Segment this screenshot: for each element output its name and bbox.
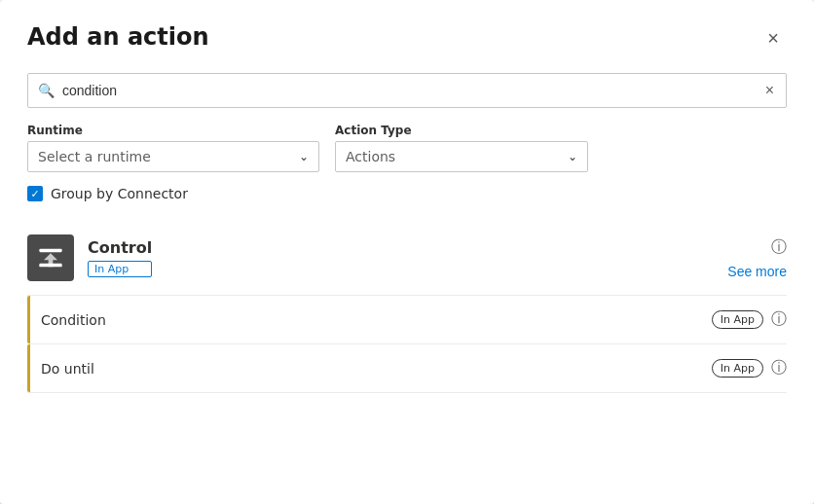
connector-right: ⓘ See more [727,237,787,279]
runtime-placeholder: Select a runtime [38,149,151,164]
connector-info-button[interactable]: ⓘ [771,237,787,258]
connector-icon [27,234,74,281]
connector-name: Control [88,238,152,257]
runtime-label: Runtime [27,124,319,137]
action-type-chevron-icon: ⌄ [568,150,577,163]
runtime-chevron-icon: ⌄ [299,150,309,163]
control-icon-svg [37,244,64,271]
search-input[interactable] [62,83,763,98]
action-item-condition-badge: In App [712,310,763,329]
action-item-condition-right: In App ⓘ [712,309,787,330]
action-type-select[interactable]: Actions ⌄ [335,141,588,172]
close-button[interactable]: × [759,23,787,54]
connector-header: Control In App ⓘ See more [27,225,787,291]
action-item-condition[interactable]: Condition In App ⓘ [27,296,787,344]
action-item-do-until-right: In App ⓘ [712,358,787,378]
action-type-label: Action Type [335,124,588,137]
search-clear-button[interactable]: × [763,82,776,99]
group-by-connector-label: Group by Connector [51,186,188,201]
search-input-wrapper: 🔍 × [27,73,787,108]
action-item-do-until-info-button[interactable]: ⓘ [771,358,787,378]
action-type-filter-group: Action Type Actions ⌄ [335,124,588,172]
checkbox-check-icon: ✓ [30,189,39,199]
action-items-list: Condition In App ⓘ Do until In App ⓘ [27,295,787,393]
connector-info: Control In App [88,238,152,277]
action-item-do-until-badge: In App [712,359,763,378]
connector-section: Control In App ⓘ See more Condition In A… [27,225,787,393]
search-icon: 🔍 [38,83,55,98]
action-item-do-until-name: Do until [27,361,94,377]
filters-row: Runtime Select a runtime ⌄ Action Type A… [27,124,787,172]
dialog-header: Add an action × [27,23,787,54]
runtime-select[interactable]: Select a runtime ⌄ [27,141,319,172]
action-item-condition-info-button[interactable]: ⓘ [771,309,787,330]
runtime-filter-group: Runtime Select a runtime ⌄ [27,124,319,172]
connector-left: Control In App [27,234,152,281]
dialog-title: Add an action [27,23,209,52]
see-more-button[interactable]: See more [727,264,787,279]
group-by-connector-checkbox[interactable]: ✓ [27,186,43,201]
add-action-dialog: Add an action × 🔍 × Runtime Select a run… [0,0,814,504]
action-type-value: Actions [346,149,395,164]
action-item-do-until[interactable]: Do until In App ⓘ [27,344,787,393]
connector-in-app-badge: In App [88,261,152,277]
svg-rect-0 [39,249,61,252]
search-row: 🔍 × [27,73,787,108]
action-item-condition-name: Condition [27,312,106,328]
group-by-connector-row: ✓ Group by Connector [27,186,787,201]
